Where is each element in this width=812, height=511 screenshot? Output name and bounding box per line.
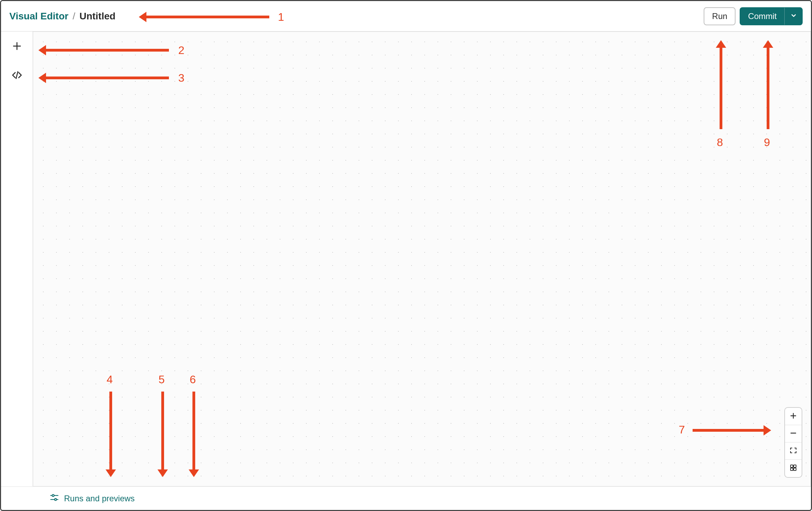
annotation-arrow-5 [161, 392, 164, 475]
header-bar: Visual Editor / Untitled Run Commit [1, 1, 811, 32]
annotation-arrow-3 [41, 77, 169, 79]
annotation-arrow-4 [109, 392, 112, 475]
grid-icon [789, 464, 797, 473]
commit-dropdown-button[interactable] [785, 7, 803, 25]
plus-icon [12, 41, 22, 53]
git-commit-tab[interactable] [147, 492, 161, 505]
svg-rect-7 [794, 465, 796, 467]
add-node-button[interactable] [9, 38, 25, 55]
canvas[interactable] [33, 32, 811, 486]
commit-button-group: Commit [740, 7, 803, 25]
annotation-arrow-2 [41, 49, 169, 52]
app-frame: Visual Editor / Untitled Run Commit [0, 0, 812, 511]
sliders-icon [49, 493, 59, 504]
footer-bar: Runs and previews [1, 486, 811, 510]
annotation-arrow-8 [720, 43, 722, 129]
fit-screen-icon [789, 446, 797, 456]
svg-line-2 [16, 72, 18, 79]
plus-icon [789, 412, 797, 421]
svg-rect-9 [794, 468, 796, 470]
chevron-down-icon [790, 11, 797, 21]
compass-tab[interactable] [173, 492, 187, 505]
breadcrumb: Visual Editor / Untitled [9, 11, 116, 22]
annotation-arrow-6 [192, 392, 195, 475]
zoom-out-button[interactable] [785, 425, 802, 442]
svg-rect-8 [791, 468, 793, 470]
svg-point-11 [52, 494, 54, 496]
fit-screen-button[interactable] [785, 442, 802, 460]
editor-body [1, 32, 811, 486]
minus-icon [789, 429, 797, 439]
code-icon [12, 70, 22, 82]
breadcrumb-separator: / [73, 11, 75, 22]
runs-and-previews-tab[interactable]: Runs and previews [49, 493, 135, 504]
breadcrumb-root[interactable]: Visual Editor [9, 11, 69, 22]
zoom-in-button[interactable] [785, 408, 802, 425]
zoom-controls [784, 407, 802, 478]
side-rail [1, 32, 33, 486]
header-actions: Run Commit [704, 7, 803, 25]
runs-and-previews-label: Runs and previews [64, 494, 135, 503]
breadcrumb-current[interactable]: Untitled [79, 11, 115, 22]
code-view-button[interactable] [9, 68, 25, 84]
annotation-arrow-1 [141, 16, 269, 18]
annotation-arrow-9 [767, 43, 769, 129]
run-button[interactable]: Run [704, 7, 736, 25]
grid-view-button[interactable] [785, 460, 802, 477]
svg-point-13 [55, 499, 57, 501]
commit-button[interactable]: Commit [740, 7, 785, 25]
svg-rect-6 [791, 465, 793, 467]
annotation-arrow-7 [693, 429, 769, 432]
